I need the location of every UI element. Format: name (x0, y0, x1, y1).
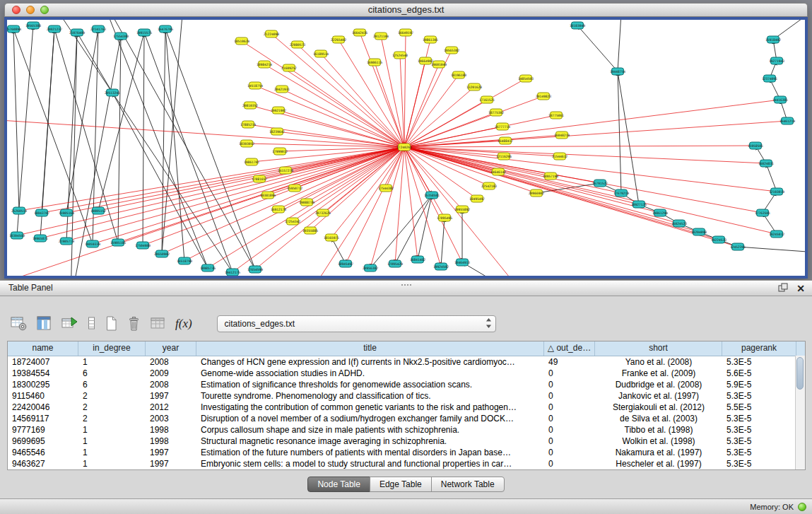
network-node[interactable]: 19224533 (711, 236, 726, 243)
network-node[interactable]: 19565382 (444, 47, 459, 54)
network-node[interactable]: 17544382 (378, 185, 394, 192)
network-window-titlebar[interactable]: citations_edges.txt (4, 3, 808, 17)
network-node[interactable]: 16841482 (410, 256, 425, 263)
network-node[interactable]: 17763501 (755, 209, 770, 216)
network-node[interactable]: 16024831 (758, 160, 774, 167)
network-node[interactable]: 17999012 (272, 148, 288, 155)
table-row[interactable]: 1830029562008Estimation of significance … (8, 379, 805, 390)
table-row[interactable]: 946362711997Embryonic stem cells: a mode… (8, 458, 805, 469)
network-node[interactable]: 21544612 (552, 153, 567, 160)
network-node[interactable]: 16488417 (498, 137, 513, 144)
network-node[interactable]: 15958501 (748, 142, 763, 149)
network-node[interactable]: 25760894 (7, 25, 21, 33)
column-header-4[interactable]: △ out_de… (544, 341, 595, 356)
close-panel-icon[interactable]: ✕ (796, 284, 805, 293)
network-node[interactable]: 12374091 (762, 75, 777, 82)
import-table-button[interactable] (61, 314, 79, 334)
network-node[interactable]: 17161521 (479, 96, 495, 103)
network-node[interactable]: 18495497 (469, 195, 485, 202)
network-node[interactable]: 21076409 (69, 29, 85, 36)
network-node[interactable]: 17654599 (247, 266, 263, 273)
minimize-window-button[interactable] (26, 6, 35, 14)
scrollbar-thumb[interactable] (796, 357, 804, 390)
network-node[interactable]: 19861301 (423, 36, 438, 43)
network-node[interactable]: 19955892 (454, 206, 470, 213)
network-node[interactable]: 17081657 (252, 175, 267, 182)
tab-network-table[interactable]: Network Table (431, 477, 505, 492)
network-node[interactable]: 20513241 (105, 89, 120, 96)
table-selector-dropdown[interactable]: citations_edges.txt (217, 315, 496, 332)
network-node[interactable]: 12116206 (496, 153, 512, 160)
table-row[interactable]: 969969511998Structural magnetic resonanc… (8, 436, 805, 447)
table-options-button[interactable] (10, 314, 28, 334)
network-node[interactable]: 22141763 (90, 25, 106, 33)
network-node[interactable]: 18204098 (691, 228, 707, 235)
network-node[interactable]: 21609257 (281, 64, 297, 71)
network-node[interactable]: 18303052 (239, 140, 254, 147)
table-row[interactable]: 1456911722003Disruption of a novel membe… (8, 413, 805, 424)
network-canvas[interactable]: 1724026118510624212240982208057316189514… (7, 20, 805, 276)
network-node[interactable]: 12103019 (769, 188, 784, 195)
network-node[interactable]: 22265402 (331, 36, 346, 43)
network-node[interactable]: 19448754 (610, 68, 625, 75)
network-node[interactable]: 16024523 (671, 220, 687, 227)
network-node[interactable]: 17095495 (437, 214, 452, 221)
network-node[interactable]: 19664902 (418, 57, 433, 64)
network-node[interactable]: 17504980 (135, 242, 151, 249)
network-node[interactable]: 21224098 (264, 30, 279, 37)
table-row[interactable]: 946554611997Estimation of the future num… (8, 447, 805, 458)
table-row[interactable]: 2242004622012Investigating the contribut… (8, 402, 805, 413)
network-node[interactable]: 19355885 (302, 227, 318, 234)
network-node[interactable]: 22542183 (481, 182, 497, 189)
network-node[interactable]: 20149823 (536, 93, 551, 100)
column-header-0[interactable]: name (8, 341, 78, 356)
network-node[interactable]: 18927125 (631, 201, 647, 208)
network-node[interactable]: 19861294 (652, 209, 668, 216)
tab-node-table[interactable]: Node Table (307, 477, 370, 492)
create-column-button[interactable] (104, 314, 119, 334)
close-window-button[interactable] (12, 6, 20, 14)
network-node[interactable]: 18196180 (451, 71, 466, 78)
network-node[interactable]: 12452391 (730, 243, 746, 250)
network-node[interactable]: 17885219 (240, 121, 256, 128)
delete-table-button[interactable] (149, 314, 167, 334)
network-node[interactable]: 15950712 (287, 185, 302, 192)
table-vertical-scrollbar[interactable] (795, 356, 805, 469)
tab-edge-table[interactable]: Edge Table (370, 477, 432, 492)
network-node[interactable]: 17554300 (113, 33, 129, 40)
network-node[interactable]: 14854503 (518, 75, 534, 82)
network-node[interactable]: 18304560 (9, 232, 25, 239)
network-node[interactable]: 20421931 (274, 86, 290, 93)
network-node[interactable]: 16649197 (398, 29, 413, 36)
network-node[interactable]: 13201628 (466, 83, 482, 90)
network-node[interactable]: 19924502 (433, 263, 449, 270)
network-node[interactable]: 19245012 (769, 230, 784, 238)
network-node[interactable]: 15918402 (765, 36, 781, 43)
network-node[interactable]: 14646142 (490, 168, 506, 175)
network-node[interactable]: 16777714 (495, 123, 510, 130)
network-node[interactable]: 20121104 (373, 33, 389, 40)
network-node[interactable]: 19965871 (33, 235, 48, 242)
network-node[interactable]: 19271943 (769, 57, 784, 64)
network-node[interactable]: 18957198 (543, 173, 558, 180)
network-node[interactable]: 16157278 (278, 167, 293, 174)
network-node[interactable]: 17679219 (613, 189, 629, 197)
float-panel-icon[interactable] (778, 282, 788, 295)
network-node[interactable]: 19921907 (271, 107, 286, 114)
network-node[interactable]: 19915575 (136, 29, 152, 36)
network-node[interactable]: 16912178 (271, 206, 286, 213)
network-node[interactable]: 15358581 (424, 192, 440, 199)
zoom-window-button[interactable] (40, 6, 49, 14)
network-node[interactable]: 19412175 (225, 269, 240, 276)
network-node[interactable]: 18945497 (338, 260, 353, 267)
network-node[interactable]: 20810352 (242, 102, 258, 109)
table-row[interactable]: 977716911998Corpus callosum shape and si… (8, 424, 805, 436)
network-node[interactable]: 16189514 (313, 50, 329, 57)
network-node[interactable]: 20956382 (363, 264, 378, 271)
function-builder-button[interactable]: f(x) (175, 314, 192, 334)
network-node[interactable]: 18239647 (269, 128, 285, 135)
network-node[interactable]: 16461219 (779, 117, 795, 124)
network-node[interactable]: 19861701 (244, 158, 259, 165)
network-node[interactable]: 18984214 (257, 61, 272, 68)
network-node[interactable]: 14518754 (247, 82, 263, 89)
